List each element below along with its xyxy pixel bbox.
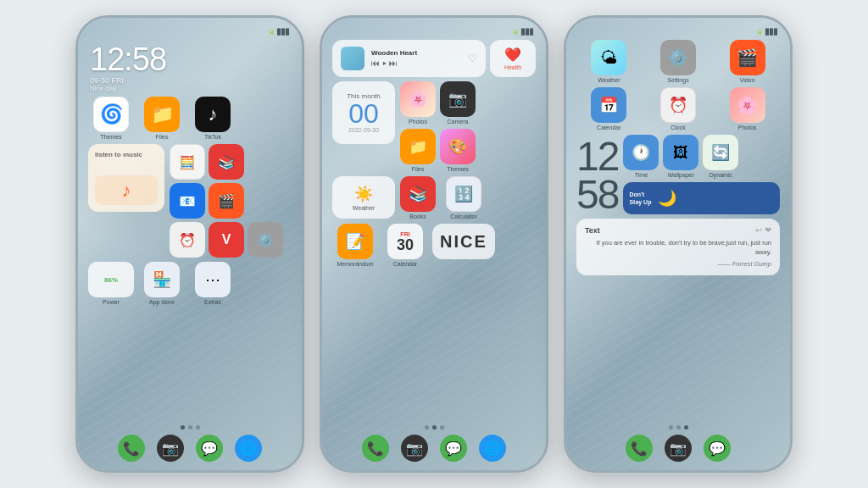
p3-clock-area: 12 58 🕐 Time 🖼 Wallpaper — [575, 135, 782, 214]
music-widget[interactable]: listen to music ♪ — [88, 144, 164, 212]
dynamic-label-p3: Dynamic — [709, 172, 732, 178]
p3-top-row2: 📅 Calendar ⏰ Clock 🌸 Photos — [575, 87, 782, 130]
app-cal-p2[interactable]: FRI 30 Calendar — [382, 224, 428, 267]
app-extras[interactable]: ⋯ Extras — [190, 262, 236, 305]
video-label-p3: Video — [740, 77, 755, 83]
dock-3: 📞 📷 💬 — [575, 431, 782, 463]
app-weather-p3[interactable]: 🌤 Weather — [576, 40, 642, 83]
text-quote-header: Text ↩ ❤ — [585, 225, 771, 235]
app-photos-p2[interactable]: 🌸 Photos — [400, 81, 436, 125]
weather-icon-p3[interactable]: 🌤 — [591, 40, 626, 75]
app-settings-p3[interactable]: ⚙️ Settings — [646, 40, 711, 83]
app-wallpaper-p3[interactable]: 🖼 Wallpaper — [663, 135, 698, 178]
clock-icon-p3[interactable]: ⏰ — [660, 87, 696, 123]
photos-icon-p3[interactable]: 🌸 — [730, 87, 765, 123]
app-themes[interactable]: 🌀 Themes — [88, 97, 134, 140]
files-icon[interactable]: 📁 — [144, 97, 180, 132]
p2-apps-row2: 📁 Files 🎨 Themes — [400, 129, 476, 172]
page-dots-3 — [575, 422, 782, 431]
themes-icon[interactable]: 🌀 — [93, 97, 129, 132]
dock-browser[interactable]: 🌐 — [235, 435, 262, 462]
app-power[interactable]: 86% Power — [88, 262, 134, 305]
files-label: Files — [156, 134, 169, 140]
extras-label: Extras — [204, 299, 221, 305]
weather-widget-p2[interactable]: ☀️ Weather — [332, 176, 395, 219]
health-widget[interactable]: ❤️ Health — [490, 40, 536, 77]
files-icon-p2[interactable]: 📁 — [400, 129, 436, 164]
video-small-icon[interactable]: 🎬 — [209, 183, 244, 219]
app-files[interactable]: 📁 Files — [139, 97, 185, 140]
tiktok-icon[interactable]: ♪ — [195, 97, 231, 132]
app-time-p3[interactable]: 🕐 Time — [623, 135, 659, 178]
app-video-p3[interactable]: 🎬 Video — [715, 40, 780, 83]
dynamic-icon-p3[interactable]: 🔄 — [703, 135, 738, 170]
clock-time: 12:58 — [90, 43, 290, 75]
app-clock-p3[interactable]: ⏰ Clock — [646, 87, 711, 130]
nice-text: NICE — [440, 232, 487, 252]
health-icon: ❤️ — [504, 47, 521, 63]
quote-author: —— Forrest Gump — [585, 259, 771, 269]
weather-box[interactable]: ☀️ Weather — [332, 176, 395, 219]
app-calendar-p3[interactable]: 📅 Calendar — [576, 87, 642, 130]
dock-messages-2[interactable]: 💬 — [440, 435, 467, 462]
memo-icon[interactable]: 📝 — [337, 224, 373, 259]
app-photos-p3[interactable]: 🌸 Photos — [715, 87, 780, 130]
clock-small-icon[interactable]: ⏰ — [170, 222, 205, 258]
app-appstore[interactable]: 🏪 App store — [139, 262, 185, 305]
dock-browser-2[interactable]: 🌐 — [479, 435, 506, 462]
page-dots-1 — [86, 422, 293, 431]
app-themes-p2[interactable]: 🎨 Themes — [440, 129, 476, 172]
share-heart-icons: ↩ ❤ — [755, 225, 771, 235]
app-dynamic-p3[interactable]: 🔄 Dynamic — [703, 135, 738, 178]
cal-date-icon[interactable]: FRI 30 — [387, 224, 423, 259]
status-bar-1: 🔋 ▊▊▊ — [86, 25, 293, 40]
themes-icon-p2[interactable]: 🎨 — [440, 129, 476, 164]
dock-messages[interactable]: 💬 — [196, 435, 223, 462]
clock-label-p3: Clock — [670, 125, 686, 130]
dock-phone[interactable]: 📞 — [118, 435, 145, 462]
settings-label-p3: Settings — [667, 77, 688, 83]
calc-icon-p2[interactable]: 🔢 — [446, 176, 481, 212]
mail-small-icon[interactable]: 📧 — [170, 183, 205, 219]
dock-phone-2[interactable]: 📞 — [362, 435, 389, 462]
wallpaper-icon-p3[interactable]: 🖼 — [663, 135, 698, 170]
photos-icon-p2[interactable]: 🌸 — [400, 81, 436, 117]
time-icon-p3[interactable]: 🕐 — [623, 135, 659, 170]
app-tiktok[interactable]: ♪ TikTok — [190, 97, 236, 140]
camera-icon-p2[interactable]: 📷 — [440, 81, 476, 117]
extras-icon[interactable]: ⋯ — [195, 262, 231, 297]
dock-camera-2[interactable]: 📷 — [401, 435, 428, 462]
app-memo-p2[interactable]: 📝 Memorandum — [332, 224, 378, 267]
video-icon-p3[interactable]: 🎬 — [730, 40, 765, 75]
dock-messages-3[interactable]: 💬 — [704, 435, 731, 462]
cal-year: 2022-09-30 — [348, 127, 379, 133]
dock-camera[interactable]: 📷 — [157, 435, 184, 462]
calculator-small-icon[interactable]: 🧮 — [170, 144, 205, 180]
calendar-icon-p3[interactable]: 📅 — [591, 87, 626, 123]
cal-day-num: 30 — [397, 237, 414, 252]
power-icon[interactable]: 86% — [88, 262, 134, 297]
app-files-p2[interactable]: 📁 Files — [400, 129, 436, 172]
app-books-p2[interactable]: 📚 Books — [400, 176, 436, 219]
dot-3 — [196, 425, 200, 430]
moon-icon: 🌙 — [658, 189, 676, 208]
settings-small-icon[interactable]: ⚙️ — [248, 222, 283, 258]
weather-label: Weather — [353, 205, 375, 211]
dock-phone-3[interactable]: 📞 — [626, 435, 653, 462]
settings-icon-p3[interactable]: ⚙️ — [660, 40, 696, 75]
clock-date: 09-30 FRI — [90, 76, 290, 85]
heart-icon: ♡ — [468, 53, 477, 64]
music-widget-p2[interactable]: Wooden Heart ⏮ ▶ ⏭ ♡ — [332, 40, 486, 77]
books-small-icon[interactable]: 📚 — [209, 144, 244, 180]
quote-text: If you are ever in trouble, don't try to… — [585, 238, 771, 258]
p3-time-hour: 12 — [576, 137, 618, 176]
appstore-icon[interactable]: 🏪 — [144, 262, 180, 297]
books-icon-p2[interactable]: 📚 — [400, 176, 436, 212]
v-small-icon[interactable]: V — [209, 222, 244, 258]
calendar-widget[interactable]: This month 00 2022-09-30 — [332, 81, 395, 144]
app-calc-p2[interactable]: 🔢 Calculator — [441, 176, 487, 219]
dock-camera-3[interactable]: 📷 — [665, 435, 692, 462]
app-camera-p2[interactable]: 📷 Camera — [440, 81, 476, 125]
dont-stay-widget[interactable]: Don't Stay Up 🌙 — [623, 182, 780, 214]
clock-greeting: Nice day — [90, 85, 290, 92]
